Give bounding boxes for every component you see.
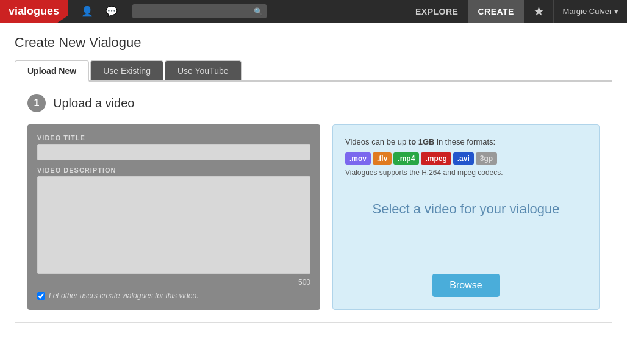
tabs: Upload New Use Existing Use YouTube [15, 60, 612, 82]
allow-vialogues-checkbox[interactable] [37, 292, 45, 300]
info-size-text: Videos can be up to 1GB in these formats… [345, 137, 495, 146]
badge-avi: .avi [453, 152, 474, 165]
video-description-textarea[interactable] [37, 176, 310, 274]
codec-text: Vialogues supports the H.264 and mpeg co… [345, 168, 503, 177]
select-video-text: Select a video for your vialogue [373, 201, 560, 217]
person-icon[interactable]: 👤 [76, 3, 98, 20]
char-count: 500 [37, 278, 310, 287]
badge-mpeg: .mpeg [421, 152, 451, 165]
checkbox-row: Let other users create vialogues for thi… [37, 291, 310, 300]
badge-flv: .flv [373, 152, 392, 165]
video-description-label: VIDEO DESCRIPTION [37, 166, 310, 174]
video-title-label: VIDEO TITLE [37, 134, 310, 141]
step-section: 1 Upload a video VIDEO TITLE VIDEO DESCR… [15, 82, 612, 323]
info-panel: Videos can be up to 1GB in these formats… [332, 124, 600, 310]
badge-3gp: 3gp [476, 152, 497, 165]
video-title-input[interactable] [37, 144, 310, 160]
nav-icons: 👤 💬 [71, 3, 127, 20]
badge-mp4: .mp4 [393, 152, 419, 165]
page-content: Create New Vialogue Upload New Use Exist… [0, 23, 627, 364]
format-badges: .mov .flv .mp4 .mpeg .avi 3gp [345, 152, 497, 165]
nav-create[interactable]: CREATE [468, 0, 524, 23]
step-header: 1 Upload a video [27, 94, 600, 112]
user-menu[interactable]: Margie Culver ▾ [553, 0, 627, 23]
checkbox-label: Let other users create vialogues for thi… [49, 291, 198, 300]
browse-button[interactable]: Browse [432, 274, 499, 297]
step-title: Upload a video [53, 96, 134, 110]
page-title: Create New Vialogue [15, 35, 612, 51]
tab-upload-new[interactable]: Upload New [15, 60, 89, 82]
search-input[interactable] [132, 4, 267, 18]
form-panel: VIDEO TITLE VIDEO DESCRIPTION 500 Let ot… [27, 124, 320, 310]
tab-use-youtube[interactable]: Use YouTube [165, 60, 242, 80]
badge-mov: .mov [345, 152, 371, 165]
logo[interactable]: vialogues [0, 0, 68, 23]
search-bar: 🔍 [132, 4, 267, 18]
main-nav: EXPLORE CREATE ★ Margie Culver ▾ [406, 0, 627, 23]
search-icon: 🔍 [254, 7, 263, 16]
comment-icon[interactable]: 💬 [101, 3, 123, 20]
tab-use-existing[interactable]: Use Existing [90, 60, 163, 80]
header: vialogues 👤 💬 🔍 EXPLORE CREATE ★ Margie … [0, 0, 627, 23]
step-number: 1 [27, 94, 46, 112]
nav-favorites[interactable]: ★ [524, 0, 554, 23]
upload-area: VIDEO TITLE VIDEO DESCRIPTION 500 Let ot… [27, 124, 600, 310]
nav-explore[interactable]: EXPLORE [406, 0, 468, 23]
